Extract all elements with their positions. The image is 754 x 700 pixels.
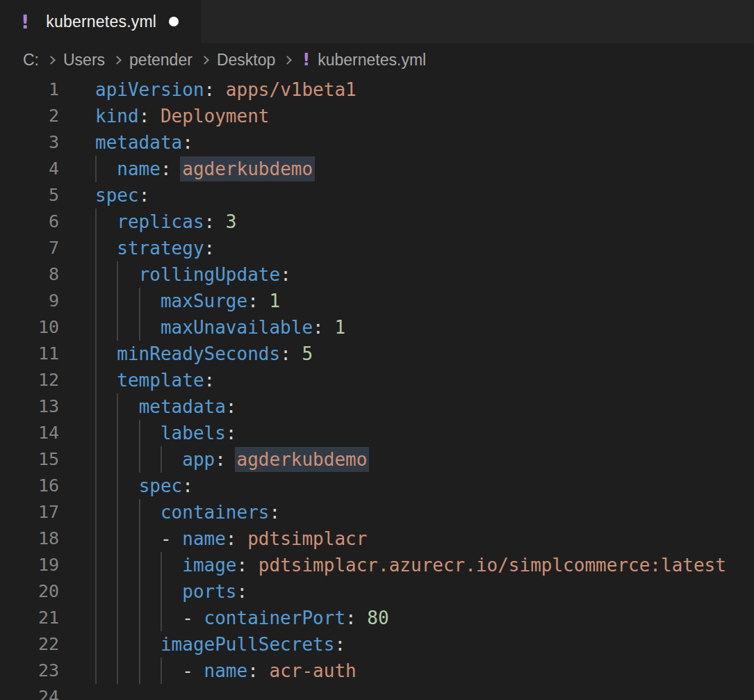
code-text: imagePullSecrets: bbox=[95, 631, 345, 658]
vscode-window: ! kubernetes.yml C:UserspetenderDesktop … bbox=[0, 0, 754, 700]
line-number: 10 bbox=[0, 314, 59, 341]
chevron-right-icon bbox=[283, 56, 292, 65]
code-line: 14 labels: bbox=[0, 420, 754, 446]
breadcrumb-segment-petender[interactable]: petender bbox=[129, 51, 192, 70]
code-text: - name: pdtsimplacr bbox=[95, 526, 367, 552]
breadcrumb: C:UserspetenderDesktop ! kubernetes.yml bbox=[0, 43, 754, 76]
breadcrumb-segment-c[interactable]: C: bbox=[23, 51, 39, 70]
line-number: 22 bbox=[0, 631, 59, 658]
line-number: 18 bbox=[0, 526, 59, 552]
highlighted-occurrence: agderkubdemo bbox=[182, 158, 313, 179]
code-text: image: pdtsimplacr.azurecr.io/simplcomme… bbox=[95, 552, 726, 578]
indent-guide bbox=[95, 552, 172, 578]
code-text: apiVersion: apps/v1beta1 bbox=[95, 76, 356, 103]
code-line: 5spec: bbox=[0, 182, 754, 209]
code-line: 6 replicas: 3 bbox=[0, 209, 754, 235]
line-number: 5 bbox=[0, 182, 59, 209]
line-number: 9 bbox=[0, 288, 59, 314]
code-line: 12 template: bbox=[0, 367, 754, 393]
indent-guide bbox=[95, 393, 128, 420]
code-text: maxSurge: 1 bbox=[95, 288, 280, 314]
indent-guide bbox=[95, 209, 106, 235]
indent-guide bbox=[95, 288, 149, 314]
indent-guide bbox=[95, 578, 172, 605]
code-line: 3metadata: bbox=[0, 129, 754, 156]
chevron-right-icon bbox=[113, 56, 122, 65]
yaml-file-icon: ! bbox=[302, 50, 310, 70]
line-number: 15 bbox=[0, 446, 59, 473]
tab-bar: ! kubernetes.yml bbox=[0, 0, 754, 43]
code-line: 11 minReadySeconds: 5 bbox=[0, 341, 754, 367]
code-line: 24 bbox=[0, 684, 754, 700]
code-line: 4 name: agderkubdemo bbox=[0, 156, 754, 182]
line-number: 16 bbox=[0, 473, 59, 499]
indent-guide bbox=[95, 156, 106, 182]
line-number: 17 bbox=[0, 499, 59, 526]
indent-guide bbox=[95, 526, 149, 552]
code-text: - containerPort: 80 bbox=[95, 605, 389, 631]
line-number: 20 bbox=[0, 578, 59, 605]
breadcrumb-file-name[interactable]: kubernetes.yml bbox=[318, 51, 426, 70]
code-line: 18 - name: pdtsimplacr bbox=[0, 526, 754, 552]
line-number: 6 bbox=[0, 209, 59, 235]
highlighted-occurrence: agderkubdemo bbox=[237, 449, 368, 470]
code-text: maxUnavailable: 1 bbox=[95, 314, 345, 341]
line-number: 3 bbox=[0, 129, 59, 156]
chevron-right-icon bbox=[200, 56, 209, 65]
code-line: 20 ports: bbox=[0, 578, 754, 605]
code-text: metadata: bbox=[95, 129, 193, 156]
line-number: 2 bbox=[0, 103, 59, 129]
indent-guide bbox=[95, 446, 172, 473]
code-text: app: agderkubdemo bbox=[95, 446, 367, 473]
code-line: 19 image: pdtsimplacr.azurecr.io/simplco… bbox=[0, 552, 754, 578]
line-number: 12 bbox=[0, 367, 59, 393]
tab-kubernetes-yml[interactable]: ! kubernetes.yml bbox=[0, 0, 201, 43]
code-text: - name: acr-auth bbox=[95, 658, 356, 684]
code-line: 16 spec: bbox=[0, 473, 754, 499]
indent-guide bbox=[95, 314, 149, 341]
line-number: 14 bbox=[0, 420, 59, 446]
editor[interactable]: 1apiVersion: apps/v1beta12kind: Deployme… bbox=[0, 76, 754, 700]
indent-guide bbox=[95, 499, 149, 526]
code-line: 21 - containerPort: 80 bbox=[0, 605, 754, 631]
code-line: 7 strategy: bbox=[0, 235, 754, 261]
indent-guide bbox=[95, 367, 106, 393]
line-number: 8 bbox=[0, 261, 59, 288]
code-line: 15 app: agderkubdemo bbox=[0, 446, 754, 473]
indent-guide bbox=[95, 658, 172, 684]
code-line: 1apiVersion: apps/v1beta1 bbox=[0, 76, 754, 103]
code-text: spec: bbox=[95, 182, 149, 209]
indent-guide bbox=[95, 235, 106, 261]
code-text: name: agderkubdemo bbox=[95, 156, 313, 182]
breadcrumb-segment-users[interactable]: Users bbox=[63, 51, 105, 70]
line-number: 21 bbox=[0, 605, 59, 631]
code-text: labels: bbox=[95, 420, 237, 446]
code-text: rollingUpdate: bbox=[95, 261, 291, 288]
code-text: template: bbox=[95, 367, 215, 393]
code-text: spec: bbox=[95, 473, 193, 499]
line-number: 24 bbox=[0, 684, 59, 700]
code-text: containers: bbox=[95, 499, 280, 526]
line-number: 4 bbox=[0, 156, 59, 182]
yaml-file-icon: ! bbox=[21, 11, 29, 33]
indent-guide bbox=[95, 473, 128, 499]
code-line: 22 imagePullSecrets: bbox=[0, 631, 754, 658]
modified-indicator-dot[interactable] bbox=[169, 17, 179, 26]
line-number: 23 bbox=[0, 658, 59, 684]
line-number: 1 bbox=[0, 76, 59, 103]
line-number: 7 bbox=[0, 235, 59, 261]
line-number: 19 bbox=[0, 552, 59, 578]
code-line: 17 containers: bbox=[0, 499, 754, 526]
breadcrumb-segment-desktop[interactable]: Desktop bbox=[217, 51, 275, 70]
code-text: strategy: bbox=[95, 235, 215, 261]
line-number: 13 bbox=[0, 393, 59, 420]
code-text: kind: Deployment bbox=[95, 103, 269, 129]
code-text: metadata: bbox=[95, 393, 237, 420]
code-text: replicas: 3 bbox=[95, 209, 237, 235]
code-line: 2kind: Deployment bbox=[0, 103, 754, 129]
code-text: ports: bbox=[95, 578, 247, 605]
line-number: 11 bbox=[0, 341, 59, 367]
code-line: 8 rollingUpdate: bbox=[0, 261, 754, 288]
indent-guide bbox=[95, 341, 106, 367]
code-line: 9 maxSurge: 1 bbox=[0, 288, 754, 314]
